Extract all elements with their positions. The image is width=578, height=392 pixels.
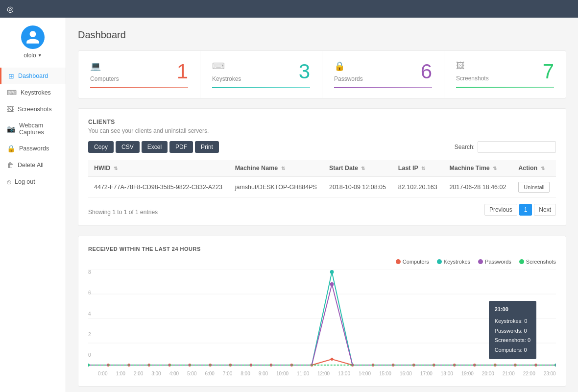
- legend-dot-keystrokes: [437, 259, 442, 264]
- sort-time-icon[interactable]: ⇅: [493, 166, 497, 171]
- sort-hwid-icon[interactable]: ⇅: [114, 166, 118, 171]
- clients-table: HWID ⇅ Machine Name ⇅ Start Date ⇅ Last …: [88, 160, 556, 198]
- nav-items: ⊞ Dashboard ⌨ Keystrokes 🖼 Screenshots 📷…: [0, 68, 66, 190]
- export-buttons: Copy CSV Excel PDF Print: [88, 141, 219, 153]
- page-title: Dashboard: [78, 29, 566, 41]
- cell-last-ip: 82.102.20.163: [392, 177, 444, 198]
- pdf-button[interactable]: PDF: [169, 141, 193, 153]
- clients-title: CLIENTS: [88, 119, 556, 125]
- x-label: 19:00: [461, 371, 474, 376]
- x-label: 16:00: [400, 371, 412, 376]
- current-page-button[interactable]: 1: [519, 204, 532, 216]
- sort-ip-icon[interactable]: ⇅: [421, 166, 425, 171]
- sort-action-icon[interactable]: ⇅: [541, 166, 545, 171]
- screenshots-stat-icon: 🖼: [456, 61, 465, 71]
- col-action: Action ⇅: [512, 160, 556, 177]
- stat-underline-screenshots: [456, 87, 554, 88]
- uninstall-button[interactable]: Uninstall: [518, 182, 550, 193]
- x-label: 18:00: [441, 371, 453, 376]
- x-label: 21:00: [503, 371, 515, 376]
- next-page-button[interactable]: Next: [534, 204, 556, 216]
- tooltip-line-3: Computers: 0: [495, 345, 530, 355]
- cell-machine-name: jamshut/DESKTOP-GH884PS: [229, 177, 323, 198]
- stat-label-passwords: Passwords: [334, 75, 432, 82]
- sidebar-item-delete[interactable]: 🗑 Delete All: [0, 157, 66, 173]
- stat-number-computers: 1: [177, 60, 188, 83]
- tooltip-line-2: Screenshots: 0: [495, 336, 530, 345]
- keystrokes-stat-icon: ⌨: [212, 61, 225, 72]
- chart-plot-area: 21:00 Keystrokes: 0 Passwords: 0 Screens…: [88, 270, 556, 369]
- stat-card-screenshots: 🖼 Screenshots 7: [444, 51, 566, 98]
- cell-hwid: 4472-F77A-78F8-CD98-3585-9822-C832-A223: [88, 177, 229, 198]
- screenshots-icon: 🖼: [7, 105, 14, 113]
- stat-card-passwords: 🔒 Passwords 6: [322, 51, 444, 98]
- stat-label-computers: Computers: [90, 75, 188, 82]
- cell-machine-time: 2017-06-28 18:46:02: [443, 177, 512, 198]
- stat-card-keystrokes: ⌨ Keystrokes 3: [200, 51, 322, 98]
- x-label: 9:00: [259, 371, 268, 376]
- clients-section: CLIENTS You can see your clients and uni…: [78, 108, 566, 226]
- chart-title: RECEIVED WITHIN THE LAST 24 HOURS: [88, 246, 556, 252]
- passwords-stat-icon: 🔒: [334, 61, 345, 72]
- sidebar-item-keystrokes[interactable]: ⌨ Keystrokes: [0, 84, 66, 101]
- stat-label-screenshots: Screenshots: [456, 75, 554, 82]
- computer-icon: 💻: [90, 61, 101, 72]
- dropdown-arrow-icon: ▼: [38, 53, 42, 58]
- chart-svg: [88, 270, 556, 368]
- sidebar-item-screenshots[interactable]: 🖼 Screenshots: [0, 101, 66, 118]
- legend-dot-screenshots: [519, 259, 524, 264]
- user-icon: [25, 29, 41, 45]
- avatar-wrap: ololo ▼: [21, 25, 45, 59]
- sidebar-item-logout[interactable]: ⎋ Log out: [0, 173, 66, 190]
- legend-computers: Computers: [396, 259, 429, 265]
- legend-passwords: Passwords: [478, 259, 511, 265]
- x-label: 1:00: [116, 371, 125, 376]
- tooltip-line-1: Passwords: 0: [495, 326, 530, 336]
- x-label: 20:00: [482, 371, 494, 376]
- topbar: ◎: [0, 0, 578, 18]
- delete-icon: 🗑: [7, 161, 14, 169]
- x-label: 6:00: [205, 371, 214, 376]
- legend-dot-computers: [396, 259, 401, 264]
- x-label: 12:00: [317, 371, 330, 376]
- search-label: Search:: [455, 144, 475, 150]
- sidebar-item-passwords[interactable]: 🔒 Passwords: [0, 140, 66, 157]
- stat-number-keystrokes: 3: [299, 60, 310, 83]
- sort-machine-icon[interactable]: ⇅: [281, 166, 285, 171]
- svg-point-17: [331, 358, 334, 361]
- chart-tooltip: 21:00 Keystrokes: 0 Passwords: 0 Screens…: [489, 301, 536, 359]
- csv-button[interactable]: CSV: [116, 141, 140, 153]
- col-hwid: HWID ⇅: [88, 160, 229, 177]
- x-label: 3:00: [151, 371, 161, 376]
- table-header-row: HWID ⇅ Machine Name ⇅ Start Date ⇅ Last …: [88, 160, 556, 177]
- x-label: 17:00: [420, 371, 433, 376]
- sidebar: ololo ▼ ⊞ Dashboard ⌨ Keystrokes 🖼 Scree…: [0, 18, 66, 392]
- chart-legend: Computers Keystrokes Passwords Screensho…: [88, 259, 556, 265]
- print-button[interactable]: Print: [195, 141, 219, 153]
- sort-date-icon[interactable]: ⇅: [361, 166, 365, 171]
- x-label: 10:00: [276, 371, 289, 376]
- excel-button[interactable]: Excel: [142, 141, 168, 153]
- x-label: 8:00: [241, 371, 250, 376]
- tooltip-line-0: Keystrokes: 0: [495, 317, 530, 326]
- sidebar-item-dashboard[interactable]: ⊞ Dashboard: [0, 68, 66, 84]
- col-last-ip: Last IP ⇅: [392, 160, 444, 177]
- x-label: 13:00: [338, 371, 350, 376]
- pagination: Previous 1 Next: [484, 204, 556, 216]
- username[interactable]: ololo ▼: [24, 52, 42, 59]
- x-label: 5:00: [187, 371, 196, 376]
- topbar-icon: ◎: [7, 4, 14, 14]
- table-row: 4472-F77A-78F8-CD98-3585-9822-C832-A223 …: [88, 177, 556, 198]
- stat-label-keystrokes: Keystrokes: [212, 75, 310, 82]
- legend-screenshots: Screenshots: [519, 259, 556, 265]
- search-input[interactable]: [478, 141, 556, 153]
- stat-underline-keystrokes: [212, 87, 310, 88]
- chart-wrapper: 8 6 4 2 0: [88, 270, 556, 369]
- x-label: 7:00: [223, 371, 232, 376]
- cell-start-date: 2018-10-09 12:08:05: [323, 177, 392, 198]
- copy-button[interactable]: Copy: [88, 141, 114, 153]
- clients-subtitle: You can see your clients and uninstall s…: [88, 127, 556, 134]
- sidebar-item-webcam[interactable]: 📷 Webcam Captures: [0, 118, 66, 140]
- cell-action: Uninstall: [512, 177, 556, 198]
- prev-page-button[interactable]: Previous: [484, 204, 517, 216]
